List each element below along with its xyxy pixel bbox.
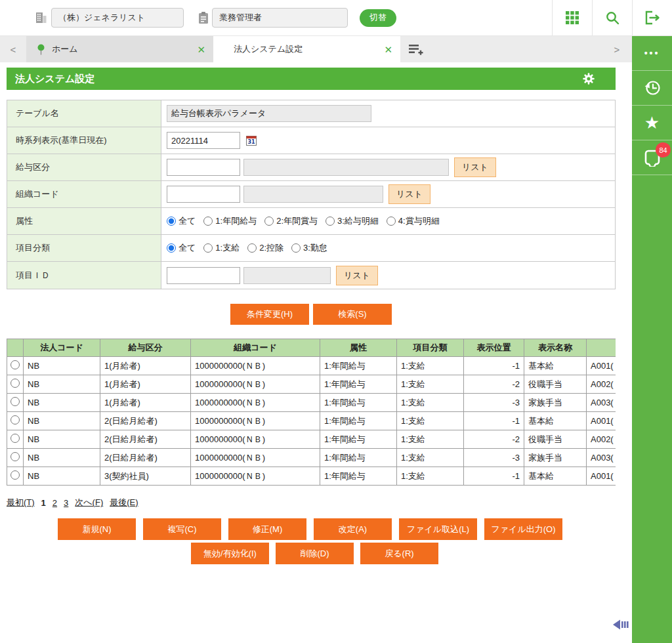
attribute-option-label: 3:給与明細 (337, 215, 379, 227)
display-name-cell: 家族手当 (524, 449, 587, 467)
tab-active-close-icon[interactable]: ✕ (384, 45, 392, 54)
org-code-list-button[interactable]: リスト (388, 184, 430, 204)
tab-home[interactable]: ホーム ✕ (26, 36, 213, 62)
row-select-radio[interactable] (10, 415, 20, 425)
org-code-cell: 1000000000(ＮＢ) (191, 467, 320, 486)
row-select-radio[interactable] (10, 452, 20, 461)
change-conditions-button[interactable]: 条件変更(H) (230, 304, 309, 325)
search-execute-button[interactable]: 検索(S) (313, 304, 392, 325)
logout-button[interactable] (632, 0, 672, 35)
org-code-cell: 1000000000(ＮＢ) (191, 430, 320, 449)
org-code-input[interactable] (167, 186, 240, 203)
org-code-cell: 1000000000(ＮＢ) (191, 412, 320, 430)
gear-icon[interactable] (581, 72, 596, 86)
attribute-radio[interactable] (167, 217, 176, 226)
attribute-radio-group: 全て 1:年間給与 2:年間賞与 3:給与明細 4:賞与明細 (161, 208, 615, 234)
attribute-radio[interactable] (326, 217, 335, 226)
attribute-option-label: 4:賞与明細 (398, 215, 440, 227)
item-class-radio[interactable] (167, 243, 176, 253)
time-series-label: 時系列表示(基準日現在) (7, 127, 161, 154)
action-button[interactable]: 削除(D) (276, 543, 354, 564)
item-class-radio[interactable] (247, 243, 257, 253)
display-name-header: 表示名称 (524, 339, 587, 357)
calendar-icon: 31 (246, 136, 257, 146)
action-button[interactable]: ファイル出力(O) (484, 518, 562, 540)
org-code-cell: 1000000000(ＮＢ) (191, 357, 320, 375)
attribute-radio-option[interactable]: 1:年間給与 (203, 215, 257, 227)
item-class-radio-option[interactable]: 3:勤怠 (291, 242, 327, 254)
item-class-radio[interactable] (203, 243, 213, 253)
attribute-radio-option[interactable]: 3:給与明細 (326, 215, 379, 227)
action-button[interactable]: 修正(M) (228, 518, 306, 540)
salary-class-cell: 2(日給月給者) (100, 412, 191, 430)
item-class-header: 項目分類 (397, 339, 464, 357)
action-button[interactable]: ファイル取込(L) (399, 518, 477, 540)
attribute-radio[interactable] (387, 217, 396, 226)
row-select-radio[interactable] (10, 397, 20, 406)
attribute-radio-option[interactable]: 2:年間賞与 (264, 215, 318, 227)
ellipsis-icon: ••• (644, 48, 660, 58)
attribute-radio-option[interactable]: 全て (167, 215, 196, 227)
tab-scroll-right-button[interactable]: > (604, 36, 630, 62)
base-date-input[interactable] (167, 132, 240, 149)
pagination-next[interactable]: 次へ(F) (75, 497, 103, 508)
tab-scroll-left-button[interactable]: < (0, 36, 26, 62)
results-table: 法人コード 給与区分 組織コード 属性 項目分類 表示位置 表示名称 NB (7, 339, 616, 486)
company-input[interactable] (51, 8, 184, 28)
item-class-radio-option[interactable]: 2:控除 (247, 242, 284, 254)
org-code-cell: 1000000000(ＮＢ) (191, 375, 320, 394)
attribute-radio-option[interactable]: 4:賞与明細 (387, 215, 440, 227)
pagination-first[interactable]: 最初(T) (7, 497, 35, 508)
pagination-page-2[interactable]: 2 (52, 498, 57, 508)
action-button[interactable]: 改定(A) (314, 518, 392, 540)
row-select-radio[interactable] (10, 379, 20, 388)
attribute-radio[interactable] (203, 217, 213, 226)
search-icon (604, 10, 620, 26)
pagination-page-3[interactable]: 3 (64, 498, 68, 508)
item-id-list-button[interactable]: リスト (336, 266, 378, 285)
corp-code-cell: NB (24, 357, 100, 375)
action-button[interactable]: 新規(N) (58, 518, 136, 540)
calendar-picker-button[interactable]: 31 (246, 136, 257, 146)
salary-class-list-button[interactable]: リスト (454, 157, 496, 177)
item-class-cell: 1:支給 (397, 449, 464, 467)
item-id-input[interactable] (167, 267, 240, 284)
action-button[interactable]: 戻る(R) (360, 543, 438, 564)
tab-corporate-system-settings[interactable]: 法人システム設定 ✕ (213, 36, 400, 62)
salary-class-code-input[interactable] (167, 159, 240, 176)
role-input[interactable] (212, 8, 348, 28)
sidebar-favorites-button[interactable]: ★ (632, 106, 672, 140)
tab-home-close-icon[interactable]: ✕ (197, 45, 205, 54)
row-select-radio[interactable] (10, 434, 20, 443)
org-code-cell: 1000000000(ＮＢ) (191, 449, 320, 467)
row-select-radio[interactable] (10, 470, 20, 480)
table-row: NB 1(月給者) 1000000000(ＮＢ) 1:年間給与 1:支給 -1 … (7, 357, 616, 375)
add-tab-icon (408, 43, 424, 56)
action-button[interactable]: 複写(C) (143, 518, 221, 540)
add-tab-button[interactable] (400, 36, 432, 62)
item-class-radio-group: 全て 1:支給 2:控除 3:勤怠 (161, 235, 615, 261)
table-name-field (167, 105, 371, 122)
attribute-cell: 1:年間給与 (320, 467, 397, 486)
attribute-cell: 1:年間給与 (320, 394, 397, 412)
sidebar-notifications-button[interactable]: 84 (632, 140, 672, 175)
item-id-cell: A001( (587, 412, 616, 430)
topbar-icon-group (552, 0, 672, 35)
sidebar-menu-button[interactable]: ••• (632, 36, 672, 71)
item-class-radio-option[interactable]: 全て (167, 242, 196, 254)
display-name-cell: 基本給 (524, 412, 587, 430)
pagination-last[interactable]: 最後(E) (110, 497, 138, 508)
attribute-radio[interactable] (264, 217, 274, 226)
org-code-header: 組織コード (191, 339, 320, 357)
apps-grid-button[interactable] (552, 0, 592, 35)
switch-button[interactable]: 切替 (360, 9, 396, 27)
row-select-radio[interactable] (10, 360, 20, 369)
position-cell: -2 (464, 375, 524, 394)
sidebar-history-button[interactable] (632, 71, 672, 106)
svg-text:31: 31 (247, 139, 255, 145)
item-class-radio[interactable] (291, 243, 301, 253)
collapse-panel-arrow-icon[interactable] (612, 617, 631, 634)
action-button[interactable]: 無効/有効化(I) (191, 543, 269, 564)
item-class-radio-option[interactable]: 1:支給 (203, 242, 240, 254)
search-button[interactable] (592, 0, 632, 35)
